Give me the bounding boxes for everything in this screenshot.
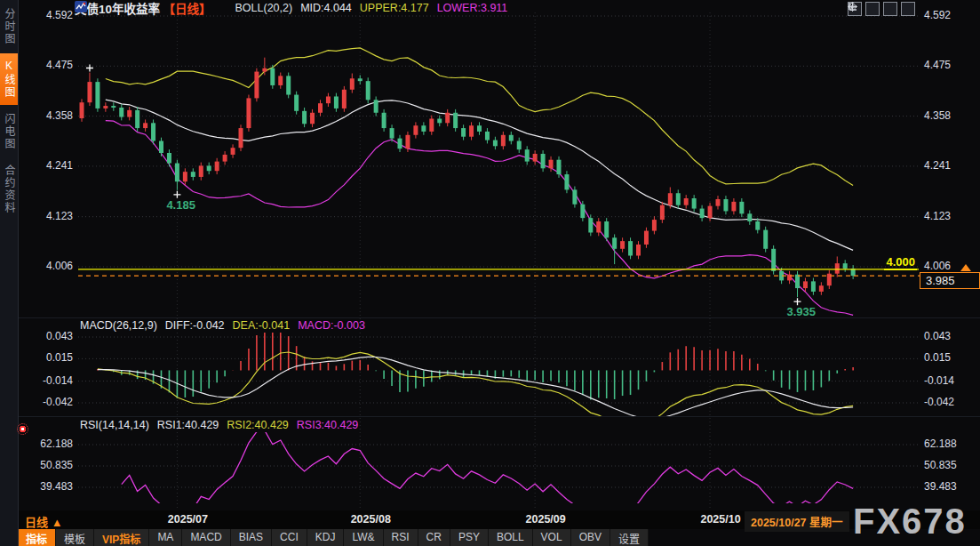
sidebar-tab-2[interactable]: 闪电图 <box>0 107 18 157</box>
candle <box>469 125 474 137</box>
candle <box>763 230 768 249</box>
toolbar-item-2[interactable]: VIP指标 <box>94 529 149 546</box>
toolbar-item-0[interactable]: 指标 <box>18 529 56 546</box>
y-axis-label: 4.592 <box>23 9 73 21</box>
period-selector[interactable]: 日线 ▲ <box>25 513 63 530</box>
candle <box>191 172 195 177</box>
candle <box>517 141 522 150</box>
candle <box>159 141 163 153</box>
candle <box>485 132 490 141</box>
y-axis-label: 39.483 <box>23 480 73 493</box>
candle <box>811 281 816 292</box>
toolbar-item-8[interactable]: LW& <box>344 529 383 546</box>
time-axis: 日线 ▲ 2025/10/27 星期一 2025/072025/082025/0… <box>18 510 980 529</box>
candle <box>350 78 355 90</box>
candle <box>747 213 752 221</box>
y-axis-scale-icon[interactable] <box>865 2 880 16</box>
candle <box>183 172 187 181</box>
candle <box>453 113 458 128</box>
candle <box>199 165 203 177</box>
sidebar-tab-3[interactable]: 合约资料 <box>0 158 18 221</box>
candle <box>254 72 259 99</box>
candle <box>501 135 506 147</box>
chart-header: 美债10年收益率 【日线】 BOLL(20,2) MID:4.044 UPPER… <box>75 1 507 15</box>
toolbar-item-14[interactable]: OBV <box>571 529 610 546</box>
candle <box>223 155 227 162</box>
instrument-title: 美债10年收益率 <box>75 3 160 16</box>
candle <box>525 149 530 161</box>
rsi-line <box>122 430 853 518</box>
extreme-marker-label: 3.935 <box>787 305 817 318</box>
candle <box>549 160 554 169</box>
candle <box>771 249 776 271</box>
chart-window: 分时图K线图闪电图合约资料 4.1853.935 美债10年收益率 【日线】 B… <box>0 0 980 546</box>
toolbar-item-5[interactable]: BIAS <box>231 529 272 546</box>
x-axis-month-label: 2025/07 <box>159 513 216 526</box>
candle <box>835 263 840 274</box>
boll-lower-value: LOWER:3.911 <box>437 2 508 14</box>
macd-label[interactable]: MACD(26,12,9) <box>80 319 157 332</box>
macd-panel-header: MACD(26,12,9) DIFF:-0.042 DEA:-0.041 MAC… <box>80 319 365 332</box>
candle <box>668 193 673 205</box>
candle <box>342 90 347 108</box>
boll-mid-value: MID:4.044 <box>300 2 352 14</box>
x-axis-scale-icon[interactable] <box>883 2 897 16</box>
rsi-label[interactable]: RSI(14,14,14) <box>80 419 149 431</box>
toolbar-item-13[interactable]: VOL <box>533 529 571 546</box>
sidebar-tab-0[interactable]: 分时图 <box>0 2 18 52</box>
y-axis-label: -0.014 <box>23 374 73 387</box>
candle <box>739 202 744 213</box>
toolbar-item-15[interactable]: 设置 <box>610 529 649 546</box>
candle <box>151 123 155 141</box>
candle <box>628 241 633 255</box>
candle <box>103 106 108 108</box>
candle <box>795 275 800 288</box>
macd-dea-value: DEA:-0.041 <box>233 319 291 332</box>
candle <box>620 241 625 249</box>
indicator-toolbar: 指标模板VIP指标MAMACDBIASCCIKDJLW&RSICRPSYBOLL… <box>18 529 649 546</box>
macd-hist-value: MACD:-0.003 <box>298 319 365 332</box>
toolbar-item-6[interactable]: CCI <box>272 529 307 546</box>
candle <box>302 111 307 124</box>
price-up-arrow-icon <box>960 264 971 271</box>
shift-chart-icon[interactable] <box>901 2 915 16</box>
toolbar-item-4[interactable]: MACD <box>182 529 230 546</box>
period-tag: 【日线】 <box>163 3 211 16</box>
candle <box>429 118 434 131</box>
alarm-icon[interactable] <box>17 423 28 435</box>
candle <box>477 125 482 132</box>
y-axis-label: 0.015 <box>924 351 951 364</box>
y-axis-label: 39.483 <box>924 480 957 493</box>
toolbar-item-12[interactable]: BOLL <box>489 529 533 546</box>
candle <box>111 106 116 108</box>
y-axis-label: 62.188 <box>924 438 957 450</box>
toolbar-item-9[interactable]: RSI <box>384 529 418 546</box>
alert-price-label[interactable]: 4.000 <box>884 255 917 270</box>
candle <box>119 108 123 117</box>
toolbar-item-10[interactable]: CR <box>418 529 450 546</box>
candle <box>819 285 824 292</box>
toolbar-item-7[interactable]: KDJ <box>307 529 345 546</box>
y-axis-label: 4.241 <box>23 159 73 172</box>
toolbar-item-3[interactable]: MA <box>149 529 182 546</box>
candle <box>143 123 147 128</box>
rsi2-value: RSI2:40.429 <box>227 419 289 431</box>
y-axis-label: 0.043 <box>924 330 951 342</box>
chart-canvas[interactable]: 4.1853.935 <box>0 0 980 546</box>
candle <box>572 189 577 204</box>
y-axis-label: 0.043 <box>23 330 73 342</box>
candle <box>270 68 275 85</box>
candle <box>318 103 323 113</box>
candle <box>731 202 736 212</box>
sidebar-tab-1[interactable]: K线图 <box>0 53 18 105</box>
y-axis-label: 0.015 <box>23 351 73 364</box>
rsi3-value: RSI3:40.429 <box>297 419 359 431</box>
toolbar-item-11[interactable]: PSY <box>450 529 489 546</box>
last-price-badge: 3.985 <box>920 272 980 289</box>
toolbar-item-1[interactable]: 模板 <box>56 529 94 546</box>
extreme-marker-icon <box>794 298 801 305</box>
boll-indicator-label[interactable]: BOLL(20,2) <box>235 2 293 14</box>
candle <box>382 113 386 128</box>
current-date-label: 2025/10/27 星期一 <box>745 511 849 532</box>
candle <box>310 113 315 124</box>
